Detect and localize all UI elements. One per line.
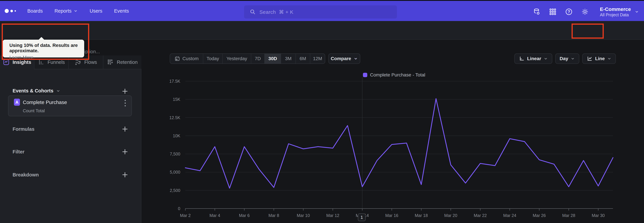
event-name: Complete Purchase [23,99,67,105]
svg-text:Mar 10: Mar 10 [297,213,310,218]
apps-grid-icon[interactable] [549,8,556,16]
report-header-bar: Untitled Sampled + Add description... Sa… [0,21,644,40]
mixpanel-logo-icon[interactable] [5,9,18,13]
project-selector[interactable]: E-Commerce All Project Data [600,6,639,17]
chart-display-controls: Linear Day Line [514,53,616,64]
svg-text:Mar 12: Mar 12 [326,213,339,218]
svg-text:15K: 15K [173,97,180,102]
event-series-badge: A [14,99,20,106]
top-nav: Boards Reports Users Events Search ⌘ + K [0,1,644,21]
event-options-icon[interactable] [124,99,127,107]
nav-links: Boards Reports Users Events [27,8,129,14]
range-12m[interactable]: 12M [310,54,325,64]
help-icon[interactable]: ? [565,8,573,16]
range-30d[interactable]: 30D [264,54,281,64]
compare-button[interactable]: Compare [328,53,360,64]
nav-item-label: Events [114,8,129,14]
line-chart[interactable]: 02,5005,0007,50010K12.5K15K17.5KMar 2Mar… [168,74,620,222]
line-chart-icon [587,56,593,62]
interval-dropdown[interactable]: Day [555,53,579,64]
data-management-icon[interactable] [533,8,540,16]
linear-axis-icon [519,56,525,62]
svg-text:7,500: 7,500 [170,152,180,156]
range-custom[interactable]: Custom [170,54,203,64]
nav-item-users[interactable]: Users [90,8,102,14]
add-formula-button[interactable] [121,125,129,133]
line-chart-svg[interactable]: 02,5005,0007,50010K12.5K15K17.5KMar 2Mar… [168,74,620,222]
add-breakdown-button[interactable] [121,171,129,178]
learn-more-link[interactable]: Learn More [10,55,33,60]
svg-text:Mar 16: Mar 16 [385,213,398,218]
search-input[interactable]: Search ⌘ + K [244,5,397,19]
svg-text:Mar 18: Mar 18 [415,213,428,218]
tab-label: Flows [84,59,97,65]
range-today[interactable]: Today [203,54,222,64]
range-7d[interactable]: 7D [251,54,264,64]
logo-dot [5,9,9,13]
svg-text:Mar 30: Mar 30 [592,213,605,218]
range-yesterday[interactable]: Yesterday [222,54,251,64]
nav-item-label: Boards [27,8,43,14]
chevron-down-icon [634,10,639,14]
chevron-down-icon [544,56,548,61]
logo-dot [10,10,13,12]
nav-item-label: Users [90,8,102,14]
event-metric[interactable]: Count Total [23,108,45,114]
svg-text:10K: 10K [173,134,180,138]
range-3m[interactable]: 3M [281,54,296,64]
search-placeholder: Search ⌘ + K [260,9,293,15]
chart-panel: Custom Today Yesterday 7D 30D 3M 6M 12M … [142,40,644,223]
tooltip-text: Using 10% of data. Results are approxima… [10,43,84,53]
project-name: E-Commerce [600,6,631,12]
insights-icon [3,59,10,66]
tab-label: Insights [12,59,31,65]
events-cohorts-header[interactable]: Events & Cohorts [12,88,60,94]
add-event-button[interactable] [121,87,129,95]
nav-right-cluster: ? E-Commerce All Project Data [533,2,639,22]
svg-text:Mar 2: Mar 2 [180,213,191,218]
svg-text:5,000: 5,000 [170,170,180,174]
chart-type-dropdown[interactable]: Line [582,53,616,64]
svg-text:12.5K: 12.5K [170,115,180,120]
svg-text:Mar 22: Mar 22 [474,213,487,218]
svg-text:Mar 20: Mar 20 [444,213,457,218]
svg-text:Mar 26: Mar 26 [533,213,546,218]
date-range-segmented-control: Custom Today Yesterday 7D 30D 3M 6M 12M [170,53,325,64]
app-window: Boards Reports Users Events Search ⌘ + K [0,0,644,223]
chevron-down-icon [56,89,60,93]
svg-text:Mar 28: Mar 28 [562,213,575,218]
chevron-down-icon [570,56,575,61]
scale-dropdown[interactable]: Linear [514,53,552,64]
date-range-controls: Custom Today Yesterday 7D 30D 3M 6M 12M … [170,53,360,64]
nav-item-reports[interactable]: Reports [54,8,78,14]
section-breakdown-label: Breakdown [12,172,39,178]
event-row-complete-purchase[interactable]: A Complete Purchase Count Total [8,95,132,116]
chevron-down-icon [354,56,358,61]
chevron-down-icon [607,56,612,61]
add-filter-button[interactable] [121,148,129,155]
chart-pagination-button[interactable]: 1 [358,213,366,221]
retention-icon [107,59,114,66]
sampling-tooltip: Using 10% of data. Results are approxima… [3,40,84,57]
nav-item-events[interactable]: Events [114,8,129,14]
nav-item-boards[interactable]: Boards [27,8,43,14]
svg-text:2,500: 2,500 [170,188,180,193]
svg-text:Mar 4: Mar 4 [210,213,220,218]
svg-text:17.5K: 17.5K [170,79,180,83]
range-6m[interactable]: 6M [296,54,310,64]
logo-dot [14,10,16,12]
nav-item-label: Reports [54,8,72,14]
svg-text:Mar 6: Mar 6 [239,213,250,218]
chevron-down-icon [74,9,78,13]
svg-text:Mar 8: Mar 8 [268,213,279,218]
settings-gear-icon[interactable] [581,8,589,16]
project-scope: All Project Data [600,12,631,17]
svg-text:0: 0 [178,206,180,211]
events-cohorts-label: Events & Cohorts [12,88,53,94]
tab-label: Funnels [48,59,65,65]
calendar-icon [174,56,180,61]
project-text: E-Commerce All Project Data [600,6,631,17]
section-formulas-label: Formulas [12,126,34,132]
tab-retention[interactable]: Retention [103,55,142,69]
svg-text:Mar 24: Mar 24 [503,213,516,218]
